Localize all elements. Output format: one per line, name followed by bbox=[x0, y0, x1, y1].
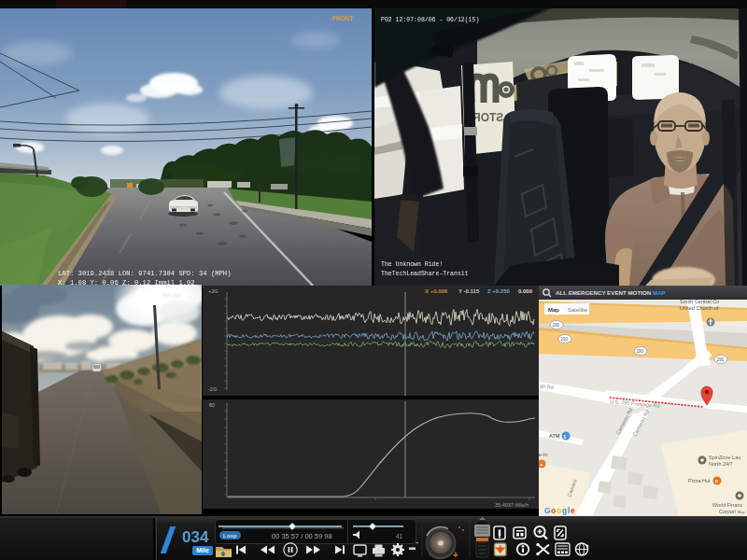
svg-text:00 35 57 / 00 59 98: 00 35 57 / 00 59 98 bbox=[272, 532, 332, 540]
svg-text:Y -0.115: Y -0.115 bbox=[458, 288, 480, 294]
svg-text:X +0.008: X +0.008 bbox=[425, 288, 448, 294]
svg-text:The Unknown Ride!: The Unknown Ride! bbox=[381, 261, 443, 268]
svg-text:LAT: 3019.2438 LON: 9741.7304: LAT: 3019.2438 LON: 9741.7304 SPD: 34 (M… bbox=[58, 270, 231, 277]
svg-text:ALL EMERGENCY EVENT MOTION: ALL EMERGENCY EVENT MOTION bbox=[556, 289, 652, 296]
svg-text:Map: Map bbox=[548, 307, 559, 313]
svg-text:290: 290 bbox=[637, 349, 644, 354]
svg-text:290: 290 bbox=[553, 323, 560, 328]
svg-text:Z +0.250: Z +0.250 bbox=[487, 288, 511, 294]
svg-text:+2G: +2G bbox=[208, 288, 218, 294]
svg-text:P02 12:07:08/06 - 06/12(15): P02 12:07:08/06 - 06/12(15) bbox=[381, 17, 479, 23]
svg-text:290: 290 bbox=[561, 337, 569, 342]
svg-text:TheTechLeadShare-Transit: TheTechLeadShare-Transit bbox=[381, 271, 469, 277]
svg-text:North 24/7: North 24/7 bbox=[709, 461, 733, 467]
svg-text:$: $ bbox=[564, 434, 567, 440]
svg-text:SpinZone Lau: SpinZone Lau bbox=[709, 455, 740, 460]
svg-text:ЯOTƧ: ЯOTƧ bbox=[472, 111, 503, 124]
svg-text:-2G: -2G bbox=[208, 386, 217, 392]
svg-text:0.000: 0.000 bbox=[518, 288, 533, 294]
svg-text:e: e bbox=[571, 506, 575, 515]
svg-text:FRONT: FRONT bbox=[332, 15, 353, 21]
svg-text:35.4037 Mile/h: 35.4037 Mile/h bbox=[495, 502, 529, 508]
svg-text:+: + bbox=[453, 550, 458, 560]
svg-text:g: g bbox=[562, 506, 567, 515]
svg-text:MAP: MAP bbox=[653, 289, 666, 296]
svg-text:United Church of: United Church of bbox=[680, 305, 719, 311]
svg-text:Satellite: Satellite bbox=[568, 307, 588, 313]
svg-text:Pizza Hut: Pizza Hut bbox=[688, 478, 711, 483]
svg-text:South Central Co: South Central Co bbox=[680, 299, 719, 304]
svg-text:ATM: ATM bbox=[549, 433, 560, 439]
svg-text:o: o bbox=[557, 506, 561, 515]
svg-text:-: - bbox=[416, 537, 418, 547]
svg-text:G: G bbox=[544, 506, 551, 515]
svg-text:✦: ✦ bbox=[540, 462, 543, 468]
svg-text:Loop: Loop bbox=[223, 533, 237, 539]
svg-text:P: P bbox=[715, 480, 718, 484]
svg-text:Corpori: Corpori bbox=[719, 509, 736, 514]
svg-text:o: o bbox=[551, 506, 556, 515]
svg-text:Map: Map bbox=[738, 510, 746, 514]
svg-text:World Financ: World Financ bbox=[712, 502, 743, 508]
svg-text:80: 80 bbox=[209, 402, 215, 408]
svg-text:290: 290 bbox=[717, 357, 725, 362]
svg-text:41: 41 bbox=[396, 533, 403, 539]
svg-text:REAR: REAR bbox=[162, 292, 181, 299]
svg-text:e-In: e-In bbox=[539, 452, 547, 457]
